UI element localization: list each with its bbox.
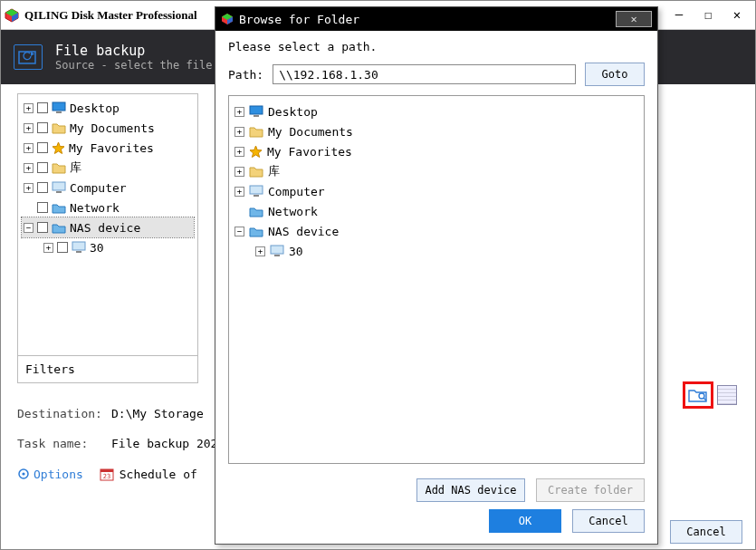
checkbox[interactable]: [37, 102, 48, 113]
dialog-tree[interactable]: + Desktop + My Documents + My Favorites …: [228, 95, 645, 464]
collapse-icon[interactable]: −: [24, 223, 33, 233]
path-input[interactable]: [273, 64, 576, 84]
dlg-tree-nas[interactable]: − NAS device: [233, 221, 640, 241]
close-button[interactable]: ✕: [723, 5, 751, 26]
checkbox[interactable]: [57, 242, 68, 253]
path-label: Path:: [228, 68, 263, 82]
destination-value: D:\My Storage: [111, 407, 204, 420]
tree-label: NAS device: [70, 221, 140, 235]
app-logo-icon: [5, 8, 19, 23]
filters-label: Filters: [25, 362, 75, 376]
schedule-link[interactable]: 23 Schedule of: [100, 467, 197, 481]
computer-icon: [52, 181, 66, 194]
tree-item-documents[interactable]: + My Documents: [22, 118, 194, 138]
tree-label: Network: [70, 201, 120, 215]
computer-icon: [72, 241, 86, 254]
collapse-icon[interactable]: −: [234, 227, 244, 236]
desktop-icon: [52, 101, 66, 114]
expand-icon[interactable]: +: [24, 103, 33, 113]
tree-label: 30: [90, 241, 104, 255]
svg-rect-6: [56, 111, 62, 113]
app-logo-icon: [221, 13, 234, 25]
svg-rect-28: [274, 255, 280, 256]
dialog-close-button[interactable]: ✕: [616, 11, 652, 27]
tree-item-network[interactable]: Network: [22, 198, 194, 217]
desktop-icon: [249, 105, 263, 118]
source-tree[interactable]: + Desktop + My Documents + My Favorites …: [17, 93, 198, 356]
expand-icon[interactable]: +: [24, 163, 33, 173]
dlg-tree-documents[interactable]: + My Documents: [233, 121, 640, 141]
tree-label: NAS device: [268, 225, 339, 238]
expand-icon[interactable]: +: [234, 127, 244, 137]
tree-label: My Documents: [268, 125, 353, 139]
svg-rect-25: [250, 186, 263, 194]
tree-item-library[interactable]: + 库: [22, 158, 194, 178]
tree-label: Desktop: [268, 105, 318, 119]
dlg-tree-network[interactable]: Network: [233, 201, 640, 221]
folder-icon: [249, 125, 263, 138]
dialog-titlebar[interactable]: Browse for Folder ✕: [215, 7, 657, 31]
expand-icon[interactable]: +: [234, 187, 244, 197]
dialog-title: Browse for Folder: [239, 13, 359, 26]
checkbox[interactable]: [37, 182, 48, 193]
expand-icon[interactable]: +: [43, 243, 53, 253]
svg-rect-5: [53, 102, 65, 111]
tree-item-desktop[interactable]: + Desktop: [22, 98, 194, 118]
svg-rect-26: [254, 195, 259, 197]
dlg-tree-computer[interactable]: + Computer: [233, 181, 640, 201]
checkbox[interactable]: [37, 162, 48, 173]
taskname-label: Task name:: [17, 437, 111, 450]
svg-rect-23: [254, 115, 259, 117]
cancel-button[interactable]: Cancel: [572, 509, 645, 533]
tree-label: Network: [268, 205, 318, 218]
expand-icon[interactable]: +: [234, 147, 244, 157]
dlg-tree-favorites[interactable]: + My Favorites: [233, 141, 640, 161]
checkbox[interactable]: [37, 222, 48, 233]
tree-item-computer[interactable]: + Computer: [22, 178, 194, 198]
filters-bar[interactable]: Filters: [17, 356, 198, 383]
svg-text:23: 23: [103, 473, 110, 480]
expand-icon[interactable]: +: [234, 167, 244, 177]
tree-label: 库: [268, 163, 280, 179]
tree-item-nas[interactable]: − NAS device: [22, 217, 194, 237]
tree-label: Computer: [70, 181, 127, 195]
tree-label: Computer: [268, 185, 325, 198]
goto-button[interactable]: Goto: [585, 63, 645, 86]
tree-item-favorites[interactable]: + My Favorites: [22, 138, 194, 158]
minimize-button[interactable]: ─: [665, 5, 694, 26]
add-nas-button[interactable]: Add NAS device: [416, 478, 525, 502]
dlg-tree-nas-30[interactable]: + 30: [233, 241, 640, 261]
svg-rect-22: [250, 106, 263, 114]
svg-rect-8: [53, 182, 65, 190]
browse-folder-dialog: Browse for Folder ✕ Please select a path…: [215, 6, 658, 545]
page-title: File backup: [55, 43, 212, 59]
main-cancel-button[interactable]: Cancel: [670, 520, 742, 544]
expand-icon[interactable]: +: [24, 183, 33, 193]
ok-button[interactable]: OK: [489, 509, 561, 533]
maximize-button[interactable]: ☐: [694, 5, 723, 26]
network-icon: [52, 201, 66, 214]
checkbox[interactable]: [37, 142, 48, 153]
checkbox[interactable]: [37, 122, 48, 133]
expand-icon[interactable]: +: [24, 123, 33, 133]
expand-icon[interactable]: +: [24, 143, 33, 153]
options-link[interactable]: Options: [17, 468, 83, 481]
svg-marker-7: [53, 142, 64, 154]
tree-item-nas-30[interactable]: + 30: [22, 237, 194, 257]
dlg-tree-library[interactable]: + 库: [233, 161, 640, 181]
dlg-tree-desktop[interactable]: + Desktop: [233, 101, 640, 121]
tree-label: My Favorites: [69, 141, 154, 155]
backup-icon: [14, 44, 43, 70]
browse-destination-button[interactable]: [683, 381, 713, 409]
checkbox[interactable]: [37, 202, 48, 213]
calculator-icon[interactable]: [717, 385, 737, 405]
expand-icon[interactable]: +: [234, 107, 244, 117]
svg-marker-24: [250, 146, 262, 158]
svg-rect-9: [56, 191, 62, 193]
gear-icon: [17, 468, 30, 480]
nas-icon: [52, 221, 66, 234]
expand-icon[interactable]: +: [255, 246, 265, 256]
svg-point-13: [22, 472, 24, 475]
svg-point-17: [699, 393, 704, 399]
nas-icon: [249, 225, 263, 237]
